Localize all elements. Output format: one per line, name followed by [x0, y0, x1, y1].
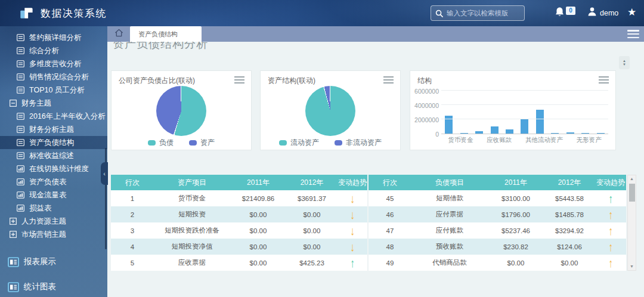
- sidebar-item-10[interactable]: 在线切换统计维度: [0, 162, 107, 175]
- table-row[interactable]: 46应付票据$1796.00$1485.78↑: [369, 206, 626, 222]
- table-row[interactable]: 2短期投资$0.00$0.00↓: [111, 206, 367, 222]
- scrollbar-thumb[interactable]: [629, 184, 635, 202]
- chart-title: 结构: [417, 76, 432, 86]
- column-header[interactable]: 资产项目: [154, 178, 230, 188]
- legend-item[interactable]: 非流动资产: [335, 138, 382, 148]
- table-row[interactable]: 45短期借款$3100.00$5443.58↑: [369, 190, 626, 206]
- sidebar-item-16[interactable]: 报表展示: [0, 253, 107, 271]
- table-row[interactable]: 4短期投资净值$0.00$0.00↓: [111, 239, 367, 255]
- table-row[interactable]: 3短期投资跌价准备$0.00$0.00↓: [111, 222, 367, 239]
- trend-arrow-up: ↑: [595, 208, 626, 221]
- table-header-row: 行次资产项目2011年2012年变动趋势: [111, 175, 367, 190]
- sidebar-item-15[interactable]: 市场营销主题: [0, 228, 107, 241]
- search-input[interactable]: [447, 10, 520, 17]
- tab-home[interactable]: [107, 26, 130, 42]
- sidebar-item-label: 资产负债结构: [29, 138, 74, 148]
- table-cell: $0.00: [544, 259, 595, 267]
- table-cell: $3100.00: [488, 195, 544, 202]
- table-cell: $0.00: [488, 259, 544, 267]
- sidebar-item-3[interactable]: 销售情况综合分析: [0, 70, 107, 83]
- table-cell: $21409.86: [230, 195, 286, 202]
- sidebar-item-6[interactable]: 2016年上半年收入分析: [0, 110, 107, 123]
- column-header[interactable]: 变动趋势: [338, 178, 367, 188]
- column-header[interactable]: 行次: [111, 178, 154, 188]
- sidebar-item-11[interactable]: 资产负债表: [0, 175, 107, 188]
- legend-label: 非流动资产: [346, 138, 382, 148]
- table-row[interactable]: 49代销商品款$0.00$0.00↑: [369, 255, 626, 271]
- chart-menu-icon[interactable]: [234, 76, 244, 83]
- table-header-row: 行次负债项目2011年2012年变动趋势: [369, 175, 626, 190]
- bar[interactable]: [551, 133, 559, 134]
- tab-active[interactable]: 资产负债结构: [130, 26, 202, 42]
- table-row[interactable]: 47应付账款$5237.46$3294.92↑: [369, 222, 626, 239]
- sidebar-item-7[interactable]: 财务分析主题: [0, 123, 107, 136]
- bar[interactable]: [460, 133, 468, 134]
- sidebar-item-13[interactable]: 损益表: [0, 202, 107, 215]
- trend-arrow-up: ↑: [595, 240, 626, 253]
- chart-menu-icon[interactable]: [383, 76, 394, 83]
- bar[interactable]: [521, 119, 528, 134]
- sidebar-item-12[interactable]: 现金流量表: [0, 188, 107, 202]
- column-header[interactable]: 负债项目: [411, 178, 488, 188]
- sidebar-item-5[interactable]: 财务主题: [0, 97, 107, 110]
- sidebar-item-8[interactable]: 资产负债结构: [0, 136, 107, 149]
- legend-label: 负债: [159, 138, 174, 148]
- column-header[interactable]: 2012年: [544, 178, 595, 188]
- column-header[interactable]: 2011年: [230, 178, 286, 188]
- scroll-up-icon[interactable]: ▲: [628, 175, 636, 182]
- column-header[interactable]: 变动趋势: [595, 178, 626, 188]
- table-scrollbar[interactable]: ▲ ▼: [627, 175, 636, 271]
- report-icon: [17, 73, 24, 81]
- column-header[interactable]: 2011年: [488, 178, 544, 188]
- x-tick-label: 应收账款: [487, 136, 512, 144]
- sidebar-item-label: 多维度营收分析: [29, 59, 82, 69]
- table-cell: $0.00: [230, 243, 286, 250]
- column-header[interactable]: 2012年: [286, 178, 338, 188]
- sidebar-item-14[interactable]: 人力资源主题: [0, 215, 107, 228]
- trend-arrow-down: ↓: [338, 208, 367, 221]
- collapse-parameter-pane-icon[interactable]: ▲▼: [619, 56, 630, 69]
- table-row[interactable]: 5应收票据$0.00$425.23↑: [111, 255, 367, 271]
- notification-bell[interactable]: 0: [555, 7, 575, 20]
- bar[interactable]: [506, 129, 513, 134]
- sidebar-item-2[interactable]: 多维度营收分析: [0, 57, 107, 70]
- sidebar-item-1[interactable]: 综合分析: [0, 44, 107, 57]
- tab-list-menu-icon[interactable]: [627, 29, 639, 39]
- bar[interactable]: [475, 131, 483, 134]
- table-row[interactable]: 48预收账款$230.82$124.06↑: [369, 239, 626, 255]
- bar[interactable]: [491, 126, 499, 134]
- user-menu[interactable]: demo: [587, 7, 618, 19]
- scroll-down-icon[interactable]: ▼: [628, 263, 636, 270]
- legend-item[interactable]: 流动资产: [279, 138, 319, 148]
- bar[interactable]: [597, 133, 605, 134]
- sidebar-item-4[interactable]: TOP10 员工分析: [0, 83, 107, 97]
- column-header[interactable]: 行次: [369, 178, 411, 188]
- chart-menu-icon[interactable]: [599, 76, 609, 83]
- bar[interactable]: [566, 132, 574, 134]
- sidebar-item-17[interactable]: 统计图表: [0, 278, 107, 296]
- chart-card-asset-structure: 资产结构(联动) 流动资产非流动资产: [260, 70, 401, 150]
- pie-chart-liability-ratio[interactable]: [156, 86, 206, 136]
- table-row[interactable]: 1货币资金$21409.86$3691.37↓: [111, 190, 367, 206]
- table-cell: $0.00: [286, 227, 338, 234]
- y-tick-label: 0: [404, 131, 439, 138]
- y-tick-label: 4000000: [404, 102, 439, 109]
- template-search-box[interactable]: [431, 5, 525, 21]
- bar[interactable]: [581, 133, 589, 134]
- favorite-star-icon[interactable]: ★: [627, 6, 636, 18]
- module-icon: [8, 282, 19, 292]
- y-tick-label: 6000000: [404, 88, 439, 95]
- pie-chart-asset-structure[interactable]: [305, 86, 355, 136]
- legend-item[interactable]: 负债: [148, 138, 174, 148]
- bar[interactable]: [536, 110, 544, 134]
- sidebar: 签约额详细分析综合分析多维度营收分析销售情况综合分析TOP10 员工分析财务主题…: [0, 26, 107, 297]
- sidebar-collapse-handle[interactable]: ‹: [101, 162, 108, 185]
- chart-title: 公司资产负债占比(联动): [119, 76, 195, 86]
- content-area: 资产负债结构分析 ▲▼ 公司资产负债占比(联动) 负债资产 资产结构(联动) 流…: [107, 42, 644, 297]
- legend-item[interactable]: 资产: [189, 138, 215, 148]
- sidebar-item-0[interactable]: 签约额详细分析: [0, 31, 107, 44]
- sidebar-item-9[interactable]: 标准收益综述: [0, 149, 107, 162]
- table-cell: $0.00: [230, 259, 286, 267]
- table-cell: 短期投资跌价准备: [154, 226, 230, 235]
- table-cell: $0.00: [286, 211, 338, 218]
